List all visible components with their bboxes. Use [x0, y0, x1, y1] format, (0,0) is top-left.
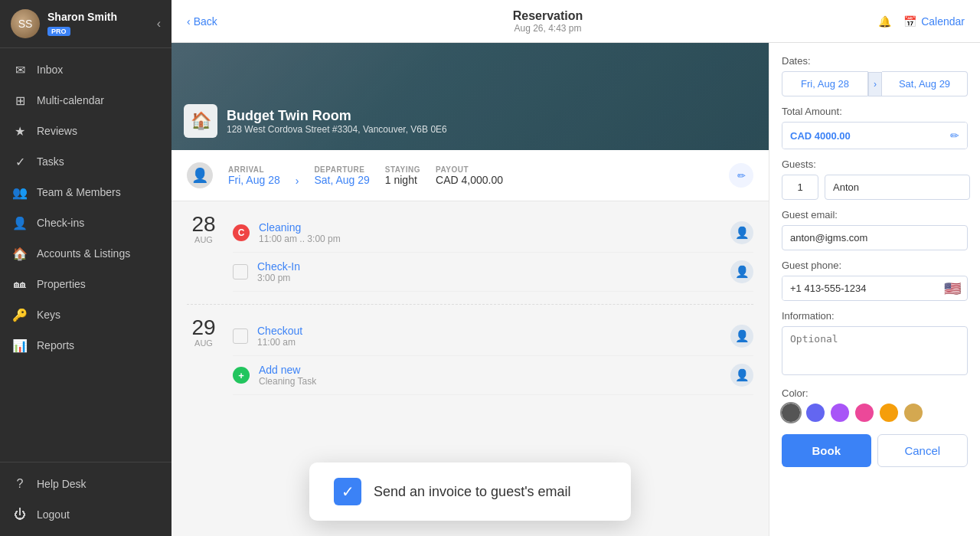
- guest-email-label: Guest email:: [782, 209, 968, 221]
- calendar-label: Calendar: [921, 15, 965, 28]
- arrival-label: ARRIVAL: [228, 165, 280, 174]
- help-desk-icon: ?: [12, 476, 28, 492]
- sidebar-item-keys[interactable]: 🔑Keys: [0, 299, 172, 330]
- departure-field: DEPARTURE Sat, Aug 29: [314, 165, 369, 186]
- date-from-button[interactable]: Fri, Aug 28: [782, 71, 868, 96]
- day-tasks-28: C Cleaning 11:00 am .. 3:00 pm 👤: [233, 214, 753, 292]
- task-add-new: + Add new Cleaning Task 👤: [233, 356, 753, 395]
- color-dot-2[interactable]: [831, 404, 849, 422]
- res-arrow-icon: ›: [296, 175, 299, 187]
- sidebar-item-label-accounts-listings: Accounts & Listings: [37, 247, 130, 260]
- sidebar-item-label-keys: Keys: [37, 309, 60, 321]
- calendar-icon: 📅: [903, 15, 916, 28]
- sidebar-collapse-icon[interactable]: ‹: [157, 17, 161, 31]
- total-amount-label: Total Amount:: [782, 106, 968, 117]
- total-amount-input[interactable]: [782, 123, 942, 149]
- sidebar-item-properties[interactable]: 🏘Properties: [0, 269, 172, 299]
- sidebar-bottom: ?Help Desk⏻Logout: [0, 462, 172, 536]
- staying-label: STAYING: [385, 165, 420, 174]
- calendar-button[interactable]: 📅 Calendar: [903, 15, 965, 28]
- color-dot-5[interactable]: [904, 404, 923, 422]
- checkout-checkbox[interactable]: [233, 328, 248, 344]
- topbar-right: 🔔 📅 Calendar: [878, 15, 965, 28]
- sidebar-item-tasks[interactable]: ✓Tasks: [0, 146, 172, 177]
- guests-row: [782, 175, 968, 200]
- day-group-29: 29 AUG Checkout 11:00 am 👤: [187, 317, 753, 395]
- guest-email-input[interactable]: [782, 225, 968, 250]
- date-to-button[interactable]: Sat, Aug 29: [882, 71, 968, 96]
- information-textarea[interactable]: [782, 326, 968, 375]
- sidebar-item-label-properties: Properties: [37, 278, 86, 290]
- sidebar-item-label-check-ins: Check-ins: [37, 217, 84, 229]
- sidebar-item-help-desk[interactable]: ?Help Desk: [0, 469, 172, 499]
- sidebar-user-name: Sharon Smith: [47, 11, 157, 23]
- sidebar-item-inbox[interactable]: ✉Inbox: [0, 54, 172, 85]
- sidebar-header[interactable]: SS Sharon Smith PRO ‹: [0, 0, 172, 48]
- multi-calendar-icon: ⊞: [12, 93, 28, 108]
- day-month-29: AUG: [187, 338, 220, 348]
- task-checkin-name[interactable]: Check-In: [257, 260, 721, 273]
- back-chevron-icon: ‹: [187, 15, 191, 28]
- sidebar-item-check-ins[interactable]: 👤Check-ins: [0, 208, 172, 238]
- back-button[interactable]: ‹ Back: [187, 15, 217, 28]
- guest-avatar: 👤: [187, 162, 213, 188]
- sidebar-item-accounts-listings[interactable]: 🏠Accounts & Listings: [0, 238, 172, 269]
- guest-count-input[interactable]: [782, 175, 818, 200]
- color-dot-3[interactable]: [855, 404, 874, 422]
- invoice-popup: ✓ Send an invoice to guest's email: [309, 462, 631, 521]
- task-addnew-subtext: Cleaning Task: [259, 376, 721, 387]
- day-divider: [187, 304, 753, 305]
- dates-label: Dates:: [782, 55, 968, 67]
- date-arrow-icon: ›: [868, 72, 882, 96]
- sidebar-item-multi-calendar[interactable]: ⊞Multi-calendar: [0, 85, 172, 116]
- schedule-area: 28 AUG C Cleaning 11:00 am .. 3:00 pm 👤: [172, 214, 769, 410]
- task-checkout-time: 11:00 am: [257, 337, 721, 348]
- task-checkout-name[interactable]: Checkout: [257, 325, 721, 337]
- day-number-28: 28: [187, 214, 220, 235]
- dates-row: Fri, Aug 28 › Sat, Aug 29: [782, 71, 968, 96]
- color-dot-1[interactable]: [806, 404, 825, 422]
- notification-bell-icon[interactable]: 🔔: [878, 15, 891, 28]
- payout-field: PAYOUT CAD 4,000.00: [436, 165, 503, 186]
- color-dot-0[interactable]: [782, 404, 800, 422]
- sidebar-item-reports[interactable]: 📊Reports: [0, 330, 172, 361]
- amount-edit-button[interactable]: ✏: [942, 123, 967, 149]
- action-row: Book Cancel: [782, 434, 968, 473]
- task-checkin: Check-In 3:00 pm 👤: [233, 253, 753, 292]
- sidebar-item-label-reviews: Reviews: [37, 125, 77, 137]
- checkin-checkbox[interactable]: [233, 264, 248, 279]
- sidebar-item-team-members[interactable]: 👥Team & Members: [0, 177, 172, 208]
- add-new-dot-icon[interactable]: +: [233, 367, 250, 384]
- amount-row: ✏: [782, 122, 968, 149]
- phone-row: 🇺🇸: [782, 276, 968, 301]
- color-dot-4[interactable]: [880, 404, 898, 422]
- sidebar-item-label-tasks: Tasks: [37, 155, 64, 168]
- guest-phone-input[interactable]: [782, 276, 938, 300]
- guest-name-input[interactable]: [825, 175, 970, 200]
- arrival-value: Fri, Aug 28: [228, 174, 280, 186]
- task-cleaning-name[interactable]: Cleaning: [259, 221, 721, 234]
- cancel-button[interactable]: Cancel: [877, 434, 969, 467]
- book-button[interactable]: Book: [782, 434, 871, 467]
- flag-icon: 🇺🇸: [938, 280, 967, 297]
- sidebar-nav: ✉Inbox⊞Multi-calendar★Reviews✓Tasks👥Team…: [0, 48, 172, 462]
- pro-badge: PRO: [47, 27, 70, 36]
- task-checkout-content: Checkout 11:00 am: [257, 325, 721, 348]
- task-addnew-name[interactable]: Add new: [259, 364, 721, 376]
- sidebar-item-reviews[interactable]: ★Reviews: [0, 116, 172, 146]
- invoice-check-icon[interactable]: ✓: [334, 478, 361, 505]
- sidebar-item-logout[interactable]: ⏻Logout: [0, 499, 172, 530]
- day-tasks-29: Checkout 11:00 am 👤 + Add new Cleaning T…: [233, 317, 753, 395]
- logout-icon: ⏻: [12, 507, 28, 522]
- guest-phone-label: Guest phone:: [782, 260, 968, 271]
- day-number-29: 29: [187, 317, 220, 338]
- staying-field: STAYING 1 night: [385, 165, 420, 186]
- edit-reservation-button[interactable]: ✏: [729, 163, 753, 188]
- task-cleaning-time: 11:00 am .. 3:00 pm: [259, 234, 721, 244]
- task-addnew-content: Add new Cleaning Task: [259, 364, 721, 387]
- task-checkin-assignee-icon: 👤: [730, 260, 753, 283]
- task-addnew-assignee-icon: 👤: [730, 364, 753, 387]
- sidebar-item-label-inbox: Inbox: [37, 64, 63, 76]
- keys-icon: 🔑: [12, 307, 28, 322]
- sidebar-item-label-logout: Logout: [37, 508, 70, 521]
